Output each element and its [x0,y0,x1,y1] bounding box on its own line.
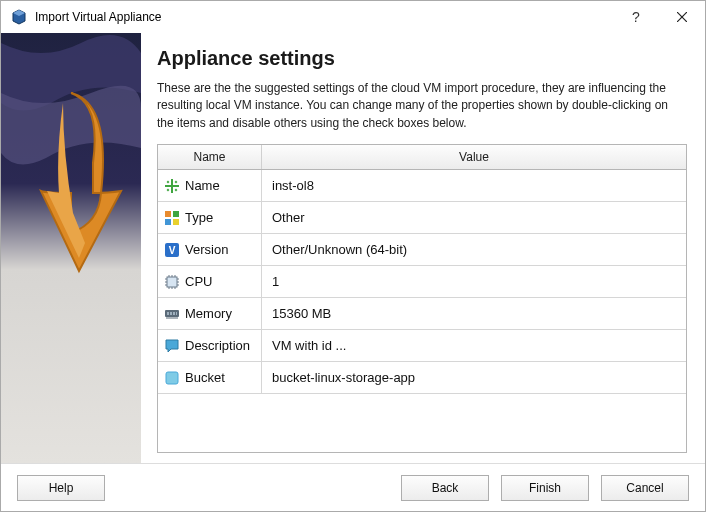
row-value[interactable]: 15360 MB [262,298,686,329]
back-button[interactable]: Back [401,475,489,501]
app-icon [11,9,27,25]
row-label: CPU [185,274,212,289]
row-label: Type [185,210,213,225]
row-label: Memory [185,306,232,321]
row-value[interactable]: VM with id ... [262,330,686,361]
svg-text:V: V [169,245,176,256]
svg-rect-10 [165,211,171,217]
footer: Help Back Finish Cancel [1,463,705,511]
row-label: Name [185,178,220,193]
titlebar: Import Virtual Appliance ? [1,1,705,33]
version-icon: V [164,242,180,258]
svg-rect-32 [173,312,175,315]
row-value[interactable]: inst-ol8 [262,170,686,201]
svg-rect-31 [170,312,172,315]
row-value[interactable]: bucket-linux-storage-app [262,362,686,393]
svg-rect-6 [167,180,170,183]
svg-rect-8 [167,188,170,191]
svg-rect-33 [176,312,177,315]
memory-icon [164,306,180,322]
finish-button[interactable]: Finish [501,475,589,501]
type-icon [164,210,180,226]
bucket-icon [164,370,180,386]
svg-rect-11 [173,211,179,217]
header-value: Value [262,145,686,169]
main-panel: Appliance settings These are the the sug… [141,33,705,463]
svg-rect-9 [175,188,178,191]
svg-rect-5 [165,185,179,187]
table-row[interactable]: V Version Other/Unknown (64-bit) [158,234,686,266]
table-row[interactable]: Name inst-ol8 [158,170,686,202]
table-row[interactable]: Type Other [158,202,686,234]
page-heading: Appliance settings [157,47,687,70]
help-titlebar-button[interactable]: ? [613,1,659,33]
cpu-icon [164,274,180,290]
table-header: Name Value [158,145,686,170]
wizard-sidebar [1,33,141,463]
table-row[interactable]: CPU 1 [158,266,686,298]
row-value[interactable]: 1 [262,266,686,297]
table-filler [158,394,686,420]
name-icon [164,178,180,194]
svg-rect-40 [166,372,178,384]
svg-rect-7 [175,180,178,183]
row-label: Version [185,242,228,257]
intro-text: These are the the suggested settings of … [157,80,687,132]
settings-table: Name Value Name inst-ol8 Type Other [157,144,687,453]
description-icon [164,338,180,354]
table-row[interactable]: Bucket bucket-linux-storage-app [158,362,686,394]
svg-rect-16 [167,277,177,287]
svg-rect-12 [165,219,171,225]
row-value[interactable]: Other/Unknown (64-bit) [262,234,686,265]
svg-rect-13 [173,219,179,225]
close-button[interactable] [659,1,705,33]
help-button[interactable]: Help [17,475,105,501]
cancel-button[interactable]: Cancel [601,475,689,501]
row-label: Bucket [185,370,225,385]
header-name: Name [158,145,262,169]
svg-rect-30 [167,312,169,315]
row-label: Description [185,338,250,353]
table-row[interactable]: Memory 15360 MB [158,298,686,330]
table-row[interactable]: Description VM with id ... [158,330,686,362]
row-value[interactable]: Other [262,202,686,233]
window-title: Import Virtual Appliance [35,10,613,24]
